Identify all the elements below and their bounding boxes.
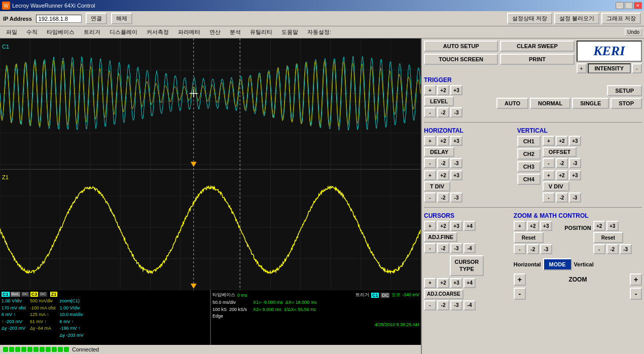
v-offset-minus3[interactable]: -3 — [569, 158, 581, 168]
cur-plus3[interactable]: +3 — [450, 221, 462, 231]
minimize-button[interactable]: _ — [616, 2, 624, 9]
zoom-plus-right[interactable]: + — [630, 273, 642, 286]
menu-analysis[interactable]: 분석 — [226, 27, 245, 37]
menu-param[interactable]: 파라메터 — [174, 27, 204, 37]
ch3-button[interactable]: CH3 — [517, 161, 541, 172]
menu-calc[interactable]: 연산 — [205, 27, 225, 37]
tdiv-minus2[interactable]: -2 — [437, 192, 449, 203]
tdiv-plus2[interactable]: +2 — [437, 170, 449, 180]
trigger-normal-button[interactable]: NORMAL — [530, 98, 570, 109]
h-plus3[interactable]: +3 — [450, 136, 462, 146]
zoom-plus-left[interactable]: + — [514, 273, 526, 286]
v-offset-minus[interactable]: - — [543, 158, 555, 168]
vdiv-plus3[interactable]: +3 — [569, 170, 581, 180]
adj-coarse-button[interactable]: ADJ.COARSE — [424, 289, 463, 299]
zm-minus[interactable]: - — [514, 244, 526, 254]
tdiv-plus[interactable]: + — [424, 170, 436, 180]
tdiv-minus3[interactable]: -3 — [450, 192, 462, 203]
menu-file[interactable]: 파일 — [2, 27, 21, 37]
delay-button[interactable]: DELAY — [424, 147, 454, 157]
coarse-plus4[interactable]: +4 — [463, 278, 476, 288]
pos-plus2[interactable]: +2 — [593, 221, 605, 231]
pos-minus2[interactable]: -2 — [606, 244, 619, 254]
menu-help[interactable]: 도움말 — [277, 27, 302, 37]
trigger-auto-button[interactable]: AUTO — [496, 98, 528, 109]
trigger-stop-button[interactable]: STOP — [611, 98, 642, 109]
pos-minus[interactable]: - — [593, 244, 605, 254]
vdiv-plus[interactable]: + — [543, 170, 555, 180]
vdiv-button[interactable]: V DIV — [543, 181, 569, 191]
save-graph-button[interactable]: 그래프 저장 — [601, 13, 641, 24]
h-minus2[interactable]: -2 — [437, 158, 449, 168]
h-minus[interactable]: - — [424, 158, 436, 168]
coarse-minus4[interactable]: -4 — [463, 300, 476, 310]
undo-button[interactable]: Undo — [625, 28, 642, 36]
intensity-plus-button[interactable]: + — [577, 63, 587, 73]
trigger-setup-button[interactable]: SETUP — [607, 85, 642, 96]
trigger-minus3[interactable]: -3 — [450, 107, 462, 117]
zm-minus3[interactable]: -3 — [540, 244, 552, 254]
ch1-button[interactable]: CH1 — [517, 136, 541, 147]
cur-minus2[interactable]: -2 — [437, 243, 449, 253]
disconnect-button[interactable]: 해제 — [111, 13, 132, 24]
coarse-plus[interactable]: + — [424, 278, 436, 288]
zoom-minus-left[interactable]: - — [514, 288, 526, 300]
print-button[interactable]: PRINT — [500, 54, 574, 65]
cur-minus3[interactable]: -3 — [450, 243, 462, 253]
intensity-minus-button[interactable]: - — [632, 63, 642, 73]
ch4-button[interactable]: CH4 — [517, 174, 541, 185]
trigger-plus[interactable]: + — [424, 85, 436, 95]
h-plus[interactable]: + — [424, 136, 436, 146]
menu-utility[interactable]: 유틸리티 — [246, 27, 276, 37]
coarse-minus[interactable]: - — [424, 300, 436, 310]
v-offset-plus2[interactable]: +2 — [556, 136, 568, 146]
trigger-minus[interactable]: - — [424, 107, 436, 117]
pos-reset-button[interactable]: Reset — [593, 232, 623, 243]
v-offset-plus3[interactable]: +3 — [569, 136, 581, 146]
trigger-minus2[interactable]: -2 — [437, 107, 449, 117]
ch2-button[interactable]: CH2 — [517, 148, 541, 160]
menu-trigger[interactable]: 트리거 — [80, 27, 104, 37]
menu-timebase[interactable]: 타임베이스 — [43, 27, 79, 37]
pos-plus3[interactable]: +3 — [606, 221, 619, 231]
tdiv-plus3[interactable]: +3 — [450, 170, 462, 180]
zm-plus3[interactable]: +3 — [540, 221, 552, 231]
zoom-minus-right[interactable]: - — [630, 288, 642, 300]
zm-plus2[interactable]: +2 — [527, 221, 539, 231]
maximize-button[interactable]: □ — [625, 2, 633, 9]
vdiv-minus[interactable]: - — [543, 192, 555, 203]
close-button[interactable]: ✕ — [634, 2, 642, 9]
adj-fine-button[interactable]: ADJ.FINE — [424, 232, 457, 242]
connect-button[interactable]: 연결 — [86, 13, 107, 24]
mode-button[interactable]: MODE — [543, 258, 572, 270]
cur-plus4[interactable]: +4 — [463, 221, 476, 231]
auto-setup-button[interactable]: AUTO SETUP — [424, 41, 498, 52]
load-settings-button[interactable]: 설정 불러오기 — [554, 13, 599, 24]
coarse-minus3[interactable]: -3 — [450, 300, 462, 310]
tdiv-minus[interactable]: - — [424, 192, 436, 203]
coarse-plus2[interactable]: +2 — [437, 278, 449, 288]
offset-button[interactable]: OFFSET — [543, 147, 577, 157]
vdiv-plus2[interactable]: +2 — [556, 170, 568, 180]
v-offset-minus2[interactable]: -2 — [556, 158, 568, 168]
cur-minus[interactable]: - — [424, 243, 436, 253]
vdiv-minus3[interactable]: -3 — [569, 192, 581, 203]
pos-minus3[interactable]: -3 — [620, 244, 632, 254]
tdiv-button[interactable]: T DIV — [424, 181, 450, 191]
menu-cursor[interactable]: 커서측정 — [142, 27, 173, 37]
zm-reset-button[interactable]: Reset — [514, 232, 544, 243]
menu-vertical[interactable]: 수직 — [22, 27, 42, 37]
clear-sweep-button[interactable]: CLEAR SWEEP — [500, 41, 574, 52]
trigger-single-button[interactable]: SINGLE — [572, 98, 609, 109]
trigger-plus2[interactable]: +2 — [437, 85, 449, 95]
cur-plus2[interactable]: +2 — [437, 221, 449, 231]
h-plus2[interactable]: +2 — [437, 136, 449, 146]
zm-minus2[interactable]: -2 — [527, 244, 539, 254]
coarse-minus2[interactable]: -2 — [437, 300, 449, 310]
h-minus3[interactable]: -3 — [450, 158, 462, 168]
cursor-type-button[interactable]: CURSORTYPE — [450, 255, 484, 276]
menu-display[interactable]: 디스플레이 — [105, 27, 141, 37]
cur-minus4[interactable]: -4 — [463, 243, 476, 253]
v-offset-plus[interactable]: + — [543, 136, 555, 146]
trigger-plus3[interactable]: +3 — [450, 85, 462, 95]
